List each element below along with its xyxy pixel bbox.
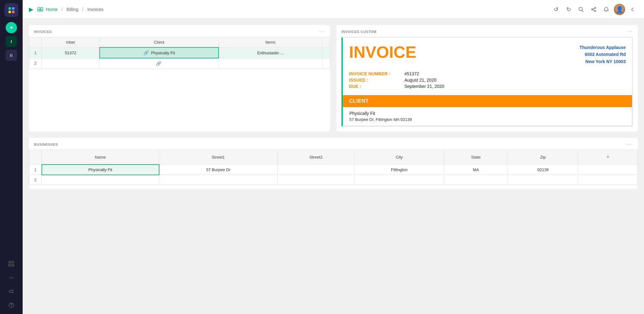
col-items[interactable]: Items — [219, 37, 322, 48]
biz-extra-1 — [578, 165, 638, 175]
invoice-due-label: DUE : — [349, 84, 399, 89]
sidebar-item-current[interactable]: I — [6, 36, 17, 47]
invoice-number-1[interactable]: 51372 — [42, 47, 100, 58]
bell-button[interactable] — [601, 4, 611, 14]
invoice-title-block: INVOICE — [349, 44, 416, 60]
biz-name-1[interactable]: Physically Fit — [42, 165, 159, 175]
svg-rect-8 — [38, 10, 40, 11]
invoice-number-2[interactable] — [42, 58, 100, 69]
invoice-items-1[interactable]: Enthusiastic ... — [219, 47, 322, 58]
nav-forward-icon[interactable]: ▶ — [29, 6, 33, 13]
invoice-meta: INVOICE NUMBER : #51372 ISSUED : August … — [343, 70, 632, 95]
logo-dot-1 — [8, 7, 11, 10]
add-column-button[interactable]: + — [604, 153, 612, 162]
biz-city-2[interactable] — [354, 175, 444, 185]
svg-point-11 — [595, 7, 596, 8]
collapse-icon — [630, 7, 636, 12]
biz-col-zip[interactable]: Zip — [508, 150, 578, 165]
biz-city-1[interactable]: Fitlington — [354, 165, 444, 175]
invoice-custom-header: INVOICES Custom ··· — [336, 25, 638, 37]
invoice-issued-value: August 21, 2020 — [404, 78, 436, 83]
biz-col-add[interactable]: + — [578, 150, 638, 165]
biz-street2-2[interactable] — [277, 175, 354, 185]
biz-zip-1[interactable]: 02139 — [508, 165, 578, 175]
user-avatar[interactable]: 👤 — [614, 4, 625, 15]
invoices-panel: INVOICES ··· mber Client Items — [29, 25, 330, 132]
biz-row-1[interactable]: 1 Physically Fit 57 Burpee Dr Fitlington… — [29, 165, 638, 175]
invoice-client-1[interactable]: 🔗 Physically Fit — [100, 47, 219, 58]
invoice-client-2[interactable]: 🔗 — [100, 58, 219, 69]
invoice-row-2[interactable]: 2 🔗 — [29, 58, 330, 69]
breadcrumb-invoices[interactable]: Invoices — [87, 7, 103, 12]
businesses-menu-button[interactable]: ··· — [627, 142, 633, 147]
invoice-row-1[interactable]: 1 51372 🔗 Physically Fit Enthusiastic ..… — [29, 47, 330, 58]
svg-rect-1 — [12, 261, 14, 263]
biz-row-num-1: 1 — [29, 165, 42, 175]
company-name: Thunderous Applause — [580, 44, 626, 51]
col-client[interactable]: Client — [100, 37, 219, 48]
row-num-1: 1 — [29, 47, 42, 58]
topbar: ▶ Home / Billing / Invoices ↺ ↻ — [23, 0, 644, 19]
row-extra-1 — [322, 47, 330, 58]
code-text: </> — [9, 276, 14, 279]
breadcrumb-home[interactable]: Home — [46, 7, 58, 12]
breadcrumb-billing[interactable]: Billing — [67, 7, 78, 12]
biz-street1-1[interactable]: 57 Burpee Dr — [159, 165, 278, 175]
sidebar-code-icon[interactable]: </> — [6, 272, 17, 283]
svg-point-13 — [595, 10, 596, 12]
sidebar-item-building[interactable]: B — [6, 50, 17, 61]
search-icon — [578, 7, 584, 12]
invoice-issued-row: ISSUED : August 21, 2020 — [349, 78, 626, 83]
main-wrapper: ▶ Home / Billing / Invoices ↺ ↻ — [23, 0, 644, 314]
svg-rect-2 — [9, 264, 11, 266]
invoice-custom-menu[interactable]: ··· — [627, 29, 633, 35]
undo-button[interactable]: ↺ — [551, 4, 561, 14]
search-button[interactable] — [576, 4, 586, 14]
biz-street2-1[interactable] — [277, 165, 354, 175]
invoice-issued-label: ISSUED : — [349, 78, 399, 83]
biz-state-1[interactable]: MA — [444, 165, 508, 175]
sidebar-help-icon[interactable] — [6, 300, 17, 311]
sidebar-diagram-icon[interactable] — [6, 258, 17, 269]
invoice-company-info: Thunderous Applause 6502 Automated Rd Ne… — [580, 44, 626, 65]
invoices-panel-header: INVOICES ··· — [29, 25, 330, 37]
biz-col-street2[interactable]: Street2 — [277, 150, 354, 165]
collapse-button[interactable] — [628, 4, 638, 14]
biz-zip-2[interactable] — [508, 175, 578, 185]
sidebar-megaphone-icon[interactable] — [6, 286, 17, 297]
biz-col-name[interactable]: Name — [42, 150, 159, 165]
logo-dot-2 — [12, 7, 14, 10]
biz-street1-2[interactable] — [159, 175, 278, 185]
invoices-menu-button[interactable]: ··· — [319, 29, 325, 35]
logo-dot-4 — [12, 11, 14, 13]
svg-rect-0 — [9, 261, 11, 263]
share-button[interactable] — [589, 4, 599, 14]
redo-button[interactable]: ↻ — [564, 4, 574, 14]
biz-row-2[interactable]: 2 — [29, 175, 638, 185]
row-extra-2 — [322, 58, 330, 69]
biz-col-street1[interactable]: Street1 — [159, 150, 278, 165]
col-extra — [322, 37, 330, 48]
home-page-icon — [37, 7, 43, 12]
svg-rect-9 — [41, 10, 43, 11]
col-number[interactable]: mber — [42, 37, 100, 48]
company-city: New York NY 10003 — [580, 58, 626, 65]
biz-name-2[interactable] — [42, 175, 159, 185]
biz-state-2[interactable] — [444, 175, 508, 185]
biz-col-city[interactable]: City — [354, 150, 444, 165]
building-icon: B — [10, 53, 13, 58]
add-button[interactable]: + — [6, 22, 17, 33]
invoice-preview: INVOICE Thunderous Applause 6502 Automat… — [341, 37, 633, 127]
app-logo — [4, 3, 18, 17]
invoice-client-header: CLIENT — [343, 95, 632, 107]
invoice-items-2[interactable] — [219, 58, 322, 69]
businesses-table: Name Street1 Street2 City State Zip + — [29, 150, 638, 185]
businesses-panel: BUSINESSES ··· Name Street1 Street2 City… — [29, 138, 638, 189]
invoices-table: mber Client Items 1 51372 🔗 Physi — [29, 37, 330, 69]
invoice-client-address: 57 Burpee Dr, Fitlington MA 02139 — [349, 117, 625, 122]
share-icon — [591, 7, 597, 12]
invoice-custom-title: INVOICES Custom — [341, 30, 376, 34]
biz-col-state[interactable]: State — [444, 150, 508, 165]
col-row-num — [29, 37, 42, 48]
breadcrumb-sep-1: / — [61, 7, 63, 12]
